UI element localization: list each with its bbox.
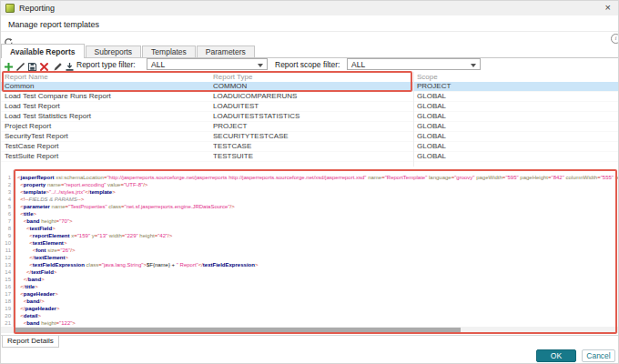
report-scope-filter-value: ALL xyxy=(351,60,365,69)
scrollbar-thumb[interactable] xyxy=(15,328,461,332)
table-cell: Load Test Compare Runs Report xyxy=(5,92,209,101)
code-line: <template>"../../styles.jrtx"</template> xyxy=(17,188,618,196)
delete-icon[interactable] xyxy=(39,59,49,69)
xml-editor[interactable]: 123456789101112131415161718192021 <jaspe… xyxy=(1,170,618,327)
reporting-dialog: Reporting × Manage report templates i Av… xyxy=(0,0,619,364)
line-number-gutter: 123456789101112131415161718192021 xyxy=(1,174,11,327)
import-icon[interactable] xyxy=(65,59,75,69)
table-cell: GLOBAL xyxy=(417,102,526,111)
table-cell: COMMON xyxy=(213,82,410,91)
add-icon[interactable] xyxy=(4,59,14,69)
line-number: 10 xyxy=(1,239,11,247)
horizontal-scrollbar[interactable] xyxy=(1,327,618,333)
line-number: 18 xyxy=(1,298,11,305)
table-cell: LOADUICOMPARERUNS xyxy=(213,92,410,101)
code-line: <font size="26"/> xyxy=(17,247,618,254)
report-details-section[interactable]: Report Details xyxy=(2,336,59,348)
info-icon[interactable]: i xyxy=(611,34,619,44)
toolbar: Report type filter: ALL Report scope fil… xyxy=(1,57,618,72)
code-line: </textField> xyxy=(17,268,618,276)
line-number: 19 xyxy=(1,305,11,312)
table-row[interactable]: Project ReportPROJECTGLOBAL xyxy=(1,122,618,132)
code-line: <!--FIELDS & PARAMS--> xyxy=(17,196,618,203)
report-type-filter-select[interactable]: ALL xyxy=(147,58,268,70)
line-number: 20 xyxy=(1,312,11,319)
table-cell: TestCase Report xyxy=(5,142,209,151)
footer: Report Details OK Cancel xyxy=(1,335,618,364)
table-row[interactable]: Load Test ReportLOADUITESTGLOBAL xyxy=(1,102,618,112)
line-number: 11 xyxy=(1,247,11,254)
table-cell: LOADUITESTSTATISTICS xyxy=(213,112,410,121)
table-row[interactable]: TestSuite ReportTESTSUITEGLOBAL xyxy=(1,152,618,162)
report-type-filter-label: Report type filter: xyxy=(76,60,136,69)
code-line: <textFieldExpression class="java.lang.St… xyxy=(17,261,618,268)
column-header: Report Type xyxy=(213,72,410,82)
table-cell: PROJECT xyxy=(213,122,410,131)
table-cell: TESTSUITE xyxy=(213,152,410,161)
table-cell: TESTCASE xyxy=(213,142,410,151)
app-icon xyxy=(5,4,15,13)
code-line: </pageHeader> xyxy=(17,305,618,312)
table-cell: Load Test Statistics Report xyxy=(5,112,209,121)
line-number: 16 xyxy=(1,283,11,290)
column-header: Report Name xyxy=(5,72,209,82)
table-row[interactable]: TestCase ReportTESTCASEGLOBAL xyxy=(1,142,618,152)
line-number: 9 xyxy=(1,232,11,239)
table-cell: SecurityTest Report xyxy=(5,132,209,141)
line-number: 15 xyxy=(1,276,11,283)
table-body: CommonCOMMONPROJECTLoad Test Compare Run… xyxy=(1,82,618,162)
line-number: 7 xyxy=(1,217,11,225)
code-line: </textElement> xyxy=(17,254,618,261)
code-area[interactable]: <jasperReport xsi:schemaLocation="http:/… xyxy=(17,174,618,327)
code-line: <textField> xyxy=(17,225,618,232)
line-number: 13 xyxy=(1,261,11,268)
report-scope-filter-select[interactable]: ALL xyxy=(347,58,481,70)
table-row[interactable]: CommonCOMMONPROJECT xyxy=(1,82,618,92)
table-row[interactable]: Load Test Statistics ReportLOADUITESTSTA… xyxy=(1,112,618,122)
chevron-down-icon xyxy=(471,64,476,67)
code-line: </band> xyxy=(17,276,618,283)
line-number: 4 xyxy=(1,196,11,203)
ok-button[interactable]: OK xyxy=(536,349,576,362)
table-row[interactable]: Load Test Compare Runs ReportLOADUICOMPA… xyxy=(1,92,618,102)
titlebar: Reporting × xyxy=(1,1,618,15)
line-number: 21 xyxy=(1,319,11,327)
code-line: <pageHeader> xyxy=(17,290,618,298)
table-cell: Project Report xyxy=(5,122,209,131)
line-number: 12 xyxy=(1,254,11,261)
tab-available-reports[interactable]: Available Reports xyxy=(1,44,85,58)
cancel-button[interactable]: Cancel xyxy=(582,349,615,362)
report-scope-filter-label: Report scope filter: xyxy=(275,60,340,69)
table-cell: GLOBAL xyxy=(417,132,526,141)
table-cell: PROJECT xyxy=(417,82,526,91)
reports-table: Report NameReport TypeScope CommonCOMMON… xyxy=(1,72,618,167)
code-line: <title> xyxy=(17,210,618,217)
code-line: <band height="122"> xyxy=(17,319,618,327)
code-line: </title> xyxy=(17,283,618,290)
line-number: 5 xyxy=(1,203,11,210)
code-line: <detail> xyxy=(17,312,618,319)
close-icon[interactable]: × xyxy=(605,2,611,13)
table-cell: GLOBAL xyxy=(417,152,526,161)
line-number: 2 xyxy=(1,181,11,188)
line-number: 3 xyxy=(1,188,11,196)
chevron-down-icon xyxy=(258,64,263,67)
gutter-separator xyxy=(13,170,14,327)
line-number: 14 xyxy=(1,268,11,276)
rename-icon[interactable] xyxy=(53,59,63,69)
tab-subreports[interactable]: Subreports xyxy=(86,46,142,57)
tab-templates[interactable]: Templates xyxy=(142,46,196,57)
column-separator xyxy=(413,72,414,167)
table-cell: TestSuite Report xyxy=(5,152,209,161)
save-icon[interactable] xyxy=(27,59,37,69)
table-cell: Common xyxy=(5,82,209,91)
line-number: 17 xyxy=(1,290,11,298)
clone-line-icon[interactable] xyxy=(15,59,25,69)
table-row[interactable]: SecurityTest ReportSECURITYTESTCASEGLOBA… xyxy=(1,132,618,142)
table-cell: Load Test Report xyxy=(5,102,209,111)
window-title: Reporting xyxy=(19,4,55,13)
code-line: <reportElement x="159" y="13" width="229… xyxy=(17,232,618,239)
tab-parameters[interactable]: Parameters xyxy=(197,46,255,57)
code-line: <textElement> xyxy=(17,239,618,247)
report-type-filter-value: ALL xyxy=(151,60,165,69)
